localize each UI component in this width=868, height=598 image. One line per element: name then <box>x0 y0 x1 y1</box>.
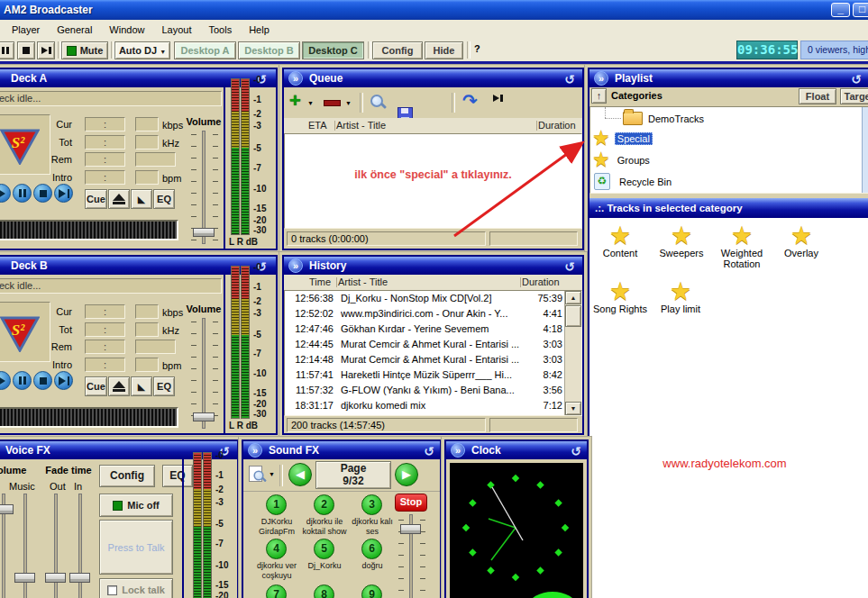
history-list[interactable]: 12:56:38 Dj_Korku - NonStop Mix CD[Vol.2… <box>284 290 582 416</box>
tree-item-recycle-bin[interactable]: ♻ Recycle Bin <box>594 173 674 190</box>
fx-button-4[interactable]: 4 <box>266 539 287 559</box>
playlist-titlebar[interactable]: » Playlist ↺ <box>589 69 868 87</box>
target-button[interactable]: Target <box>840 88 868 104</box>
fx-button-3[interactable]: 3 <box>361 494 382 515</box>
mute-button[interactable]: Mute <box>61 41 108 59</box>
track-category-song-rights[interactable]: ★ Song Rights <box>590 279 650 314</box>
track-category-overlay[interactable]: ★ Overlay <box>772 223 831 258</box>
minimize-button[interactable]: _ <box>831 3 850 17</box>
pause-button[interactable] <box>0 41 14 59</box>
panel-menu-icon[interactable]: » <box>594 71 608 86</box>
volume-slider-handle[interactable] <box>193 412 215 421</box>
track-category-content[interactable]: ★ Content <box>590 223 650 258</box>
press-to-talk-button[interactable]: Press to Talk <box>99 520 173 575</box>
rotate-icon[interactable]: ↺ <box>851 70 862 88</box>
category-up-button[interactable]: ↑ <box>591 88 607 104</box>
remove-dropdown-icon[interactable]: ▼ <box>345 100 352 106</box>
eject-button[interactable] <box>108 376 130 396</box>
panel-menu-icon[interactable]: » <box>248 443 262 458</box>
sound-fx-titlebar[interactable]: » Sound FX ↺ <box>243 441 440 459</box>
tree-item-groups[interactable]: ★ Groups <box>592 150 653 170</box>
mic-slider-handle[interactable] <box>0 504 14 514</box>
table-row[interactable]: 11:57:32 G-FLOW (Yankı & Yıkım) - Beni B… <box>285 383 581 398</box>
seek-bar[interactable] <box>0 407 178 428</box>
fx-button-8[interactable]: 8 <box>314 584 334 598</box>
out-slider-handle[interactable] <box>45 573 66 583</box>
panel-menu-icon[interactable]: » <box>288 258 303 273</box>
track-category-sweepers[interactable]: ★ Sweepers <box>652 223 711 258</box>
vfx-config-button[interactable]: Config <box>99 465 155 487</box>
fx-button-5[interactable]: 5 <box>314 539 334 559</box>
eq-button[interactable]: EQ <box>153 376 175 396</box>
next-button[interactable] <box>37 41 55 59</box>
config-button[interactable]: Config <box>372 41 423 59</box>
fx-button-9[interactable]: 9 <box>361 584 382 598</box>
panel-menu-icon[interactable]: » <box>288 71 303 86</box>
tree-item-demotracks[interactable]: DemoTracks <box>623 112 707 125</box>
menu-help[interactable]: Help <box>241 22 279 38</box>
mic-off-button[interactable]: Mic off <box>99 494 173 517</box>
scrollbar-thumb[interactable] <box>565 305 581 327</box>
eject-button[interactable] <box>108 189 130 209</box>
table-row[interactable]: 12:44:45 Murat Cemcir & Ahmet Kural - En… <box>285 337 581 352</box>
history-titlebar[interactable]: » History ↺ <box>284 257 582 275</box>
cue-button[interactable]: Cue <box>85 189 107 209</box>
table-row[interactable]: 12:47:46 Gökhan Kırdar - Yerine Sevemem … <box>285 322 581 337</box>
menu-player[interactable]: Player <box>4 22 49 38</box>
page-prev-button[interactable]: ◀ <box>288 463 312 486</box>
tree-scrollbar[interactable] <box>862 107 868 193</box>
rotate-icon[interactable]: ↺ <box>564 258 575 276</box>
browse-fx-icon[interactable] <box>249 466 262 482</box>
add-track-icon[interactable]: + <box>289 92 301 110</box>
col-duration[interactable]: Duration <box>522 275 560 289</box>
fade-button[interactable]: ◣ <box>131 376 152 396</box>
menu-tools[interactable]: Tools <box>200 22 241 38</box>
page-next-button[interactable]: ▶ <box>395 463 418 486</box>
fx-button-7[interactable]: 7 <box>266 584 287 598</box>
maximize-button[interactable]: □ <box>853 3 868 17</box>
menu-window[interactable]: Window <box>101 22 153 38</box>
tracks-area[interactable]: ★ Content ★ Sweepers ★ Weighted Rotation… <box>589 218 868 598</box>
tree-item-special[interactable]: ★ Special <box>592 129 653 149</box>
col-time[interactable]: Time <box>309 275 331 289</box>
hide-button[interactable]: Hide <box>425 41 463 59</box>
stop-button[interactable] <box>17 41 35 59</box>
track-category-weighted-rotation[interactable]: ★ Weighted Rotation <box>712 223 772 269</box>
table-row[interactable]: 18:31:17 djkorku komedi mix 7:12 <box>285 398 581 413</box>
auto-dj-button[interactable]: Auto DJ ▼ <box>114 41 170 59</box>
pause-deck-button[interactable] <box>13 371 32 390</box>
float-button[interactable]: Float <box>799 88 836 104</box>
stop-deck-button[interactable] <box>33 184 52 203</box>
panel-menu-icon[interactable]: » <box>451 443 465 458</box>
add-dropdown-icon[interactable]: ▼ <box>307 100 314 106</box>
desktop-a-button[interactable]: Desktop A <box>174 41 236 59</box>
search-icon[interactable] <box>370 95 383 107</box>
clock-titlebar[interactable]: » Clock ↺ <box>446 441 587 459</box>
queue-titlebar[interactable]: » Queue ↺ <box>284 69 582 87</box>
play-button[interactable] <box>0 184 11 203</box>
history-scrollbar[interactable]: ▲ ▼ <box>564 291 581 415</box>
page-indicator-button[interactable]: Page 9/32 <box>315 461 391 489</box>
pause-deck-button[interactable] <box>13 184 32 203</box>
menu-layout[interactable]: Layout <box>153 22 200 38</box>
table-row[interactable]: 12:56:38 Dj_Korku - NonStop Mix CD[Vol.2… <box>285 291 581 306</box>
fx-button-2[interactable]: 2 <box>314 494 334 515</box>
lock-talk-checkbox[interactable] <box>107 585 117 595</box>
fx-stop-button[interactable]: Stop <box>395 494 427 512</box>
music-slider-handle[interactable] <box>14 573 35 583</box>
fx-button-1[interactable]: 1 <box>266 494 287 515</box>
browse-dropdown-icon[interactable]: ▼ <box>269 471 275 477</box>
volume-slider-handle[interactable] <box>193 228 215 237</box>
category-tree[interactable]: DemoTracks ★ Special ★ Groups ♻ Recycle … <box>589 106 868 194</box>
scroll-down-icon[interactable]: ▼ <box>565 402 581 415</box>
next-deck-button[interactable] <box>54 371 73 390</box>
rotate-icon[interactable]: ↺ <box>571 442 581 460</box>
col-artist-title[interactable]: Artist - Title <box>336 118 386 132</box>
next-deck-button[interactable] <box>54 184 73 203</box>
fx-button-6[interactable]: 6 <box>361 539 382 559</box>
rotate-icon[interactable]: ↺ <box>564 70 575 88</box>
lock-talk-button[interactable]: Lock talk <box>99 578 173 598</box>
desktop-c-button[interactable]: Desktop C <box>302 41 364 59</box>
table-row[interactable]: 12:14:48 Murat Cemcir & Ahmet Kural - En… <box>285 352 581 367</box>
remove-track-icon[interactable] <box>324 100 341 106</box>
